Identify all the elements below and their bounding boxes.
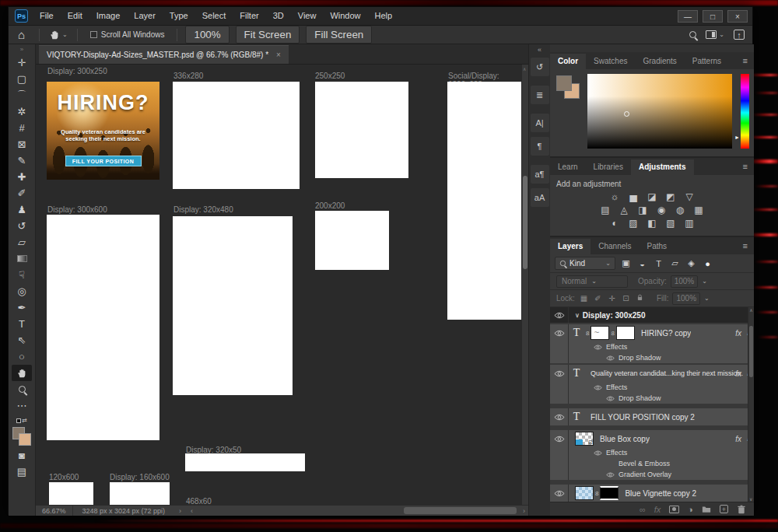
- hand-tool-preset[interactable]: ⌄: [44, 30, 72, 40]
- layer-row-quality-veteran[interactable]: T Quality veteran candidat...king their …: [550, 365, 754, 382]
- lock-artboard-icon[interactable]: ⊡: [621, 294, 631, 303]
- menu-item[interactable]: Type: [163, 7, 195, 25]
- gradient-map-icon[interactable]: ▥: [683, 218, 696, 229]
- black-white-icon[interactable]: ◨: [636, 205, 650, 215]
- menu-item[interactable]: View: [291, 7, 324, 25]
- artboard-300x600[interactable]: [47, 215, 159, 440]
- exposure-icon[interactable]: ◩: [664, 191, 678, 202]
- artboard-320x50[interactable]: [185, 453, 305, 471]
- effects-row[interactable]: Effects: [550, 447, 754, 458]
- tool-pen[interactable]: ✒: [12, 299, 32, 316]
- background-color-swatch[interactable]: [19, 433, 31, 446]
- tool-hand[interactable]: [12, 365, 32, 381]
- color-cursor[interactable]: [624, 111, 629, 117]
- layer-thumbnail[interactable]: [575, 486, 594, 500]
- menu-item[interactable]: Window: [323, 7, 367, 25]
- panel-menu-icon[interactable]: ≡: [743, 162, 748, 171]
- menu-item[interactable]: File: [33, 7, 61, 25]
- hue-saturation-icon[interactable]: ▤: [599, 205, 612, 215]
- search-icon[interactable]: [689, 31, 696, 38]
- fill-screen-button[interactable]: Fill Screen: [306, 26, 372, 44]
- scroll-right-icon[interactable]: ›: [520, 507, 528, 515]
- menu-item[interactable]: Edit: [61, 7, 89, 25]
- tool-dodge[interactable]: ◎: [12, 283, 32, 299]
- vibrance-icon[interactable]: ▽: [683, 191, 696, 202]
- smart-object-filter-icon[interactable]: ◈: [685, 258, 697, 268]
- artboard-label[interactable]: 468x60: [186, 497, 212, 505]
- new-layer-icon[interactable]: +: [720, 505, 728, 513]
- tab-color[interactable]: Color: [550, 54, 586, 69]
- toolbar-overflow-icon[interactable]: »: [20, 44, 23, 54]
- fit-screen-button[interactable]: Fit Screen: [236, 26, 300, 44]
- tool-smudge[interactable]: ☟: [12, 267, 32, 283]
- artboard-320x480[interactable]: [173, 216, 293, 395]
- tab-patterns[interactable]: Patterns: [685, 54, 729, 69]
- menu-item[interactable]: Layer: [127, 7, 163, 25]
- layers-scroll-thumb[interactable]: [749, 326, 753, 377]
- visibility-eye-icon[interactable]: [606, 396, 615, 401]
- workspace-switcher[interactable]: ⌄: [706, 30, 724, 39]
- tab-layers[interactable]: Layers: [550, 239, 591, 254]
- layer-thumbnail[interactable]: ⊡: [575, 432, 594, 446]
- tab-swatches[interactable]: Swatches: [586, 54, 635, 69]
- artboard-336x280[interactable]: [173, 82, 300, 189]
- visibility-eye-icon[interactable]: [554, 436, 565, 443]
- artboard-250x250[interactable]: [315, 82, 408, 178]
- visibility-eye-icon[interactable]: [594, 345, 602, 350]
- artboard-label[interactable]: Display: 320x480: [173, 205, 233, 214]
- opacity-value[interactable]: 100%: [671, 275, 699, 288]
- hue-slider-pointer[interactable]: ►: [734, 135, 740, 140]
- menu-item[interactable]: Filter: [233, 7, 265, 25]
- tool-frame[interactable]: ⊠: [12, 136, 32, 152]
- shape-layer-filter-icon[interactable]: ▱: [669, 258, 681, 268]
- artboard-label[interactable]: 120x600: [49, 473, 79, 481]
- fx-badge[interactable]: fx: [735, 369, 741, 378]
- visibility-eye-icon[interactable]: [594, 450, 602, 456]
- home-icon[interactable]: ⌂: [9, 28, 34, 41]
- blend-mode-select[interactable]: Normal ⌄: [556, 275, 628, 288]
- artboard-160x600[interactable]: [110, 482, 170, 505]
- screen-mode-button[interactable]: ▤: [12, 464, 32, 480]
- artboard-label[interactable]: Display: 300x250: [47, 67, 107, 75]
- layer-mask-thumbnail[interactable]: [600, 486, 619, 500]
- tool-eraser[interactable]: ▱: [12, 234, 32, 250]
- visibility-eye-icon[interactable]: [554, 370, 565, 377]
- artboard-200x200[interactable]: [315, 211, 389, 270]
- zoom-level-field[interactable]: 66.67%: [36, 506, 73, 516]
- canvas-vertical-scrollbar[interactable]: ∧: [521, 65, 528, 505]
- scroll-up-icon[interactable]: ∧: [523, 66, 526, 72]
- curves-icon[interactable]: ◪: [646, 191, 659, 202]
- levels-icon[interactable]: ▅: [627, 191, 640, 202]
- maximize-button[interactable]: □: [703, 10, 723, 23]
- tool-crop[interactable]: #: [12, 120, 32, 136]
- checkbox-box[interactable]: [90, 31, 97, 38]
- layer-name[interactable]: Blue Box copy: [600, 435, 650, 443]
- menu-item[interactable]: 3D: [266, 7, 291, 25]
- adjustment-layer-filter-icon[interactable]: ◒: [636, 259, 648, 268]
- pixel-layer-filter-icon[interactable]: ▣: [620, 258, 632, 268]
- glyphs-panel-icon[interactable]: a¶: [531, 165, 549, 184]
- canvas[interactable]: Display: 300x250 336x280 250x250 Social/…: [36, 65, 528, 505]
- tool-magic-wand[interactable]: ✲: [12, 103, 32, 120]
- new-adjustment-layer-icon[interactable]: ◑: [688, 505, 693, 514]
- color-lookup-icon[interactable]: ▦: [692, 205, 706, 215]
- visibility-eye-icon[interactable]: [554, 490, 565, 497]
- scroll-left-icon[interactable]: ‹: [186, 507, 198, 515]
- tool-move[interactable]: ✛: [12, 54, 32, 71]
- quick-mask-mode-button[interactable]: ◙: [12, 447, 32, 464]
- threshold-icon[interactable]: ◧: [646, 218, 659, 229]
- tab-close-icon[interactable]: ×: [276, 51, 281, 59]
- layer-name[interactable]: Quality veteran candidat...king their ne…: [591, 369, 743, 377]
- effect-gradient-overlay-row[interactable]: Gradient Overlay: [550, 469, 754, 480]
- minimize-button[interactable]: —: [678, 10, 698, 23]
- character-panel-icon[interactable]: A|: [531, 114, 549, 132]
- layer-style-fx-icon[interactable]: fx: [654, 505, 661, 514]
- selective-color-icon[interactable]: ▧: [664, 218, 678, 229]
- tool-gradient[interactable]: [12, 250, 32, 267]
- scroll-all-windows-checkbox[interactable]: Scroll All Windows: [90, 30, 165, 39]
- group-expand-caret[interactable]: ∨: [575, 312, 580, 319]
- filter-kind-select[interactable]: Kind ⌄: [555, 257, 615, 270]
- tool-brush[interactable]: ✐: [12, 185, 32, 201]
- tool-rectangular-marquee[interactable]: ▢: [12, 71, 32, 87]
- panel-menu-icon[interactable]: ≡: [743, 241, 748, 250]
